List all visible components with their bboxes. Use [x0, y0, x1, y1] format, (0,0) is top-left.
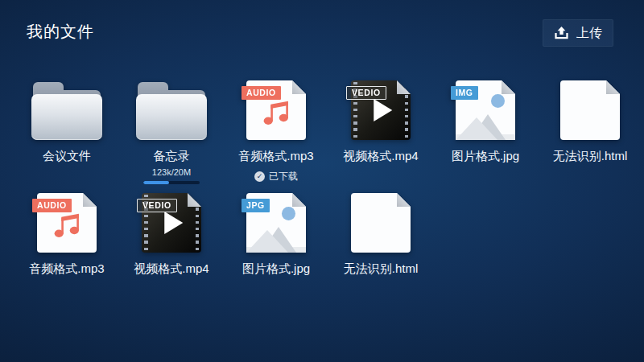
- page-title: 我的文件: [27, 22, 94, 41]
- file-item-folder[interactable]: 会议文件: [14, 80, 119, 193]
- file-name: 视频格式.mp4: [134, 261, 208, 277]
- upload-button-label: 上传: [576, 25, 602, 42]
- play-icon: [374, 99, 392, 121]
- file-item-image[interactable]: IMG 图片格式.jpg: [433, 80, 538, 193]
- page-fold: [188, 193, 201, 207]
- audio-file-icon: AUDIO: [37, 193, 97, 253]
- file-name: 视频格式.mp4: [343, 149, 418, 164]
- page-fold: [292, 80, 306, 94]
- audio-file-icon: AUDIO: [246, 80, 306, 140]
- music-note-icon: [260, 96, 293, 129]
- video-file-icon: VEDIO: [142, 193, 201, 253]
- file-item-video[interactable]: VEDIO 视频格式.mp4: [328, 80, 433, 193]
- page-fold: [502, 80, 515, 94]
- play-icon: [164, 212, 183, 234]
- page-fold: [292, 193, 306, 207]
- video-badge: VEDIO: [137, 199, 177, 212]
- video-file-icon: VEDIO: [351, 80, 411, 140]
- check-icon: ✓: [254, 171, 265, 182]
- image-badge: JPG: [242, 199, 270, 212]
- progress-bar: [143, 181, 200, 184]
- page-fold: [83, 193, 97, 207]
- folder-front: [31, 94, 102, 140]
- file-name: 音频格式.mp3: [238, 149, 313, 164]
- blank-file-icon: [351, 193, 411, 253]
- file-name: 音频格式.mp3: [29, 261, 104, 277]
- file-item-audio[interactable]: AUDIO 音频格式.mp3 ✓ 已下载: [224, 80, 328, 193]
- file-name: 会议文件: [43, 149, 91, 164]
- mountains-icon: [246, 224, 306, 253]
- upload-progress: 123k/20M: [143, 167, 200, 184]
- folder-icon: [31, 82, 102, 140]
- image-file-icon: JPG: [246, 193, 306, 253]
- download-status: ✓ 已下载: [254, 170, 298, 183]
- progress-bar-fill: [143, 181, 169, 184]
- video-badge: VEDIO: [346, 86, 386, 100]
- upload-icon: [554, 27, 569, 40]
- music-note-icon: [51, 208, 84, 241]
- audio-badge: AUDIO: [32, 199, 72, 212]
- file-name: 无法识别.html: [553, 149, 628, 164]
- file-item-unknown[interactable]: 无法识别.html: [538, 80, 642, 193]
- my-files-screen: 我的文件 上传 会议文件 备忘录: [0, 0, 644, 362]
- file-item-unknown[interactable]: 无法识别.html: [328, 193, 433, 306]
- file-name: 备忘录: [154, 149, 190, 164]
- file-name: 无法识别.html: [344, 261, 419, 277]
- mountains-icon: [456, 111, 515, 140]
- file-item-video[interactable]: VEDIO 视频格式.mp4: [119, 193, 224, 306]
- image-file-icon: IMG: [456, 80, 515, 140]
- file-name: 图片格式.jpg: [242, 261, 310, 277]
- file-item-audio[interactable]: AUDIO 音频格式.mp3: [14, 193, 119, 306]
- audio-badge: AUDIO: [242, 86, 281, 100]
- upload-button[interactable]: 上传: [543, 19, 613, 47]
- page-fold: [606, 80, 620, 94]
- progress-size-text: 123k/20M: [152, 167, 191, 177]
- folder-front: [136, 94, 207, 140]
- page-fold: [397, 80, 411, 94]
- file-item-folder-uploading[interactable]: 备忘录 123k/20M: [119, 80, 224, 193]
- sun-icon: [491, 94, 505, 108]
- sun-icon: [282, 207, 295, 220]
- page-fold: [397, 193, 411, 207]
- file-name: 图片格式.jpg: [452, 149, 519, 164]
- download-status-text: 已下载: [269, 170, 298, 183]
- blank-file-icon: [560, 80, 620, 140]
- file-grid: 会议文件 备忘录 123k/20M: [14, 80, 642, 306]
- image-badge: IMG: [451, 86, 478, 100]
- folder-icon: [136, 82, 207, 140]
- file-item-image[interactable]: JPG 图片格式.jpg: [224, 193, 328, 306]
